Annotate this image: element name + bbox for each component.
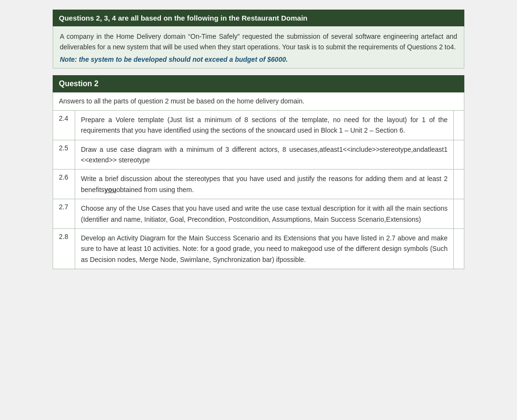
table-row: 2.8 Develop an Activity Diagram for the … (53, 228, 464, 269)
table-row: 2.6 Write a brief discussion about the s… (53, 169, 464, 199)
question-content-2-4: Prepare a Volere template (Just list a m… (75, 111, 453, 140)
question-number-2-4: 2.4 (53, 111, 75, 140)
question-number-2-6: 2.6 (53, 170, 75, 199)
q26-you: you (104, 186, 116, 193)
intro-body: A company in the Home Delivery domain “O… (60, 31, 457, 53)
question-content-2-5: Draw a use case diagram with a minimum o… (75, 140, 453, 170)
question2-intro-text: Answers to all the parts of question 2 m… (59, 97, 304, 105)
table-row: 2.7 Choose any of the Use Cases that you… (53, 199, 464, 228)
intro-note: Note: the system to be developed should … (60, 56, 457, 63)
question2-heading: Question 2 (59, 79, 99, 88)
question2-intro: Answers to all the parts of question 2 m… (53, 92, 464, 111)
question-number-2-5: 2.5 (53, 140, 75, 170)
intro-box: A company in the Home Delivery domain “O… (53, 26, 464, 68)
q26-text-after: obtained from using them. (116, 186, 194, 193)
question-number-2-7: 2.7 (53, 199, 75, 228)
main-header-title: Questions 2, 3, 4 are all based on the f… (59, 14, 307, 22)
question-content-2-6: Write a brief discussion about the stere… (75, 170, 453, 199)
question2-table: 2.4 Prepare a Volere template (Just list… (53, 111, 464, 269)
page-container: Questions 2, 3, 4 are all based on the f… (53, 10, 464, 269)
question-content-2-8: Develop an Activity Diagram for the Main… (75, 229, 453, 269)
question2-header: Question 2 (53, 75, 464, 92)
sidebar-col-2-6 (453, 170, 464, 199)
sidebar-col-2-8 (453, 229, 464, 269)
sidebar-col-2-7 (453, 199, 464, 228)
table-row: 2.4 Prepare a Volere template (Just list… (53, 111, 464, 140)
sidebar-col-2-5 (453, 140, 464, 170)
table-row: 2.5 Draw a use case diagram with a minim… (53, 140, 464, 170)
spacer (53, 68, 464, 75)
question-number-2-8: 2.8 (53, 229, 75, 269)
sidebar-col-2-4 (453, 111, 464, 140)
main-header: Questions 2, 3, 4 are all based on the f… (53, 10, 464, 26)
question-content-2-7: Choose any of the Use Cases that you hav… (75, 199, 453, 228)
